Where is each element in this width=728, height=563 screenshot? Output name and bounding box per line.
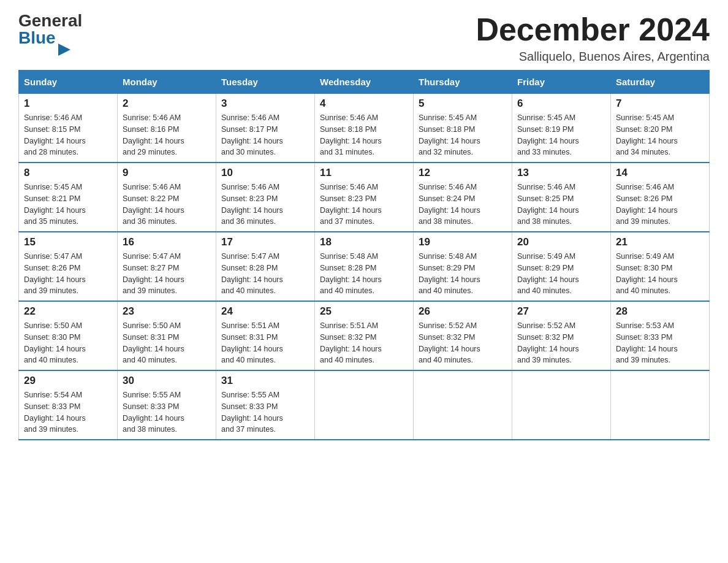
table-row: 11 Sunrise: 5:46 AMSunset: 8:23 PMDaylig… [315, 163, 414, 232]
col-monday: Monday [118, 71, 216, 94]
col-tuesday: Tuesday [216, 71, 315, 94]
col-thursday: Thursday [414, 71, 512, 94]
day-number: 7 [616, 98, 704, 110]
day-info: Sunrise: 5:46 AMSunset: 8:16 PMDaylight:… [123, 112, 211, 158]
day-info: Sunrise: 5:45 AMSunset: 8:19 PMDaylight:… [517, 112, 605, 158]
day-number: 3 [221, 98, 309, 110]
day-info: Sunrise: 5:47 AMSunset: 8:27 PMDaylight:… [123, 251, 211, 297]
day-info: Sunrise: 5:46 AMSunset: 8:25 PMDaylight:… [517, 182, 605, 228]
day-number: 27 [517, 305, 605, 318]
table-row: 21 Sunrise: 5:49 AMSunset: 8:30 PMDaylig… [611, 232, 710, 301]
table-row: 4 Sunrise: 5:46 AMSunset: 8:18 PMDayligh… [315, 94, 414, 163]
table-row: 25 Sunrise: 5:51 AMSunset: 8:32 PMDaylig… [315, 301, 414, 370]
logo-general-text: General [18, 12, 82, 29]
day-number: 1 [24, 98, 112, 110]
col-saturday: Saturday [611, 71, 710, 94]
day-info: Sunrise: 5:50 AMSunset: 8:31 PMDaylight:… [123, 320, 211, 366]
day-number: 29 [24, 375, 112, 387]
day-info: Sunrise: 5:54 AMSunset: 8:33 PMDaylight:… [24, 389, 112, 435]
table-row: 15 Sunrise: 5:47 AMSunset: 8:26 PMDaylig… [19, 232, 118, 301]
day-number: 18 [320, 236, 408, 248]
page-header: General Blue December 2024 Salliquelo, B… [18, 12, 710, 64]
day-number: 20 [517, 236, 605, 248]
day-number: 6 [517, 98, 605, 110]
day-info: Sunrise: 5:46 AMSunset: 8:23 PMDaylight:… [221, 182, 309, 228]
day-number: 15 [24, 236, 112, 248]
day-number: 21 [616, 236, 704, 248]
day-number: 5 [419, 98, 507, 110]
day-info: Sunrise: 5:46 AMSunset: 8:26 PMDaylight:… [616, 182, 704, 228]
day-info: Sunrise: 5:49 AMSunset: 8:29 PMDaylight:… [517, 251, 605, 297]
day-info: Sunrise: 5:46 AMSunset: 8:22 PMDaylight:… [123, 182, 211, 228]
day-number: 9 [123, 167, 211, 179]
day-info: Sunrise: 5:51 AMSunset: 8:31 PMDaylight:… [221, 320, 309, 366]
table-row: 28 Sunrise: 5:53 AMSunset: 8:33 PMDaylig… [611, 301, 710, 370]
table-row: 20 Sunrise: 5:49 AMSunset: 8:29 PMDaylig… [512, 232, 611, 301]
day-info: Sunrise: 5:48 AMSunset: 8:29 PMDaylight:… [419, 251, 507, 297]
day-number: 13 [517, 167, 605, 179]
table-row: 18 Sunrise: 5:48 AMSunset: 8:28 PMDaylig… [315, 232, 414, 301]
day-info: Sunrise: 5:52 AMSunset: 8:32 PMDaylight:… [419, 320, 507, 366]
table-row [512, 370, 611, 440]
calendar-week-5: 29 Sunrise: 5:54 AMSunset: 8:33 PMDaylig… [19, 370, 710, 440]
day-info: Sunrise: 5:48 AMSunset: 8:28 PMDaylight:… [320, 251, 408, 297]
table-row: 29 Sunrise: 5:54 AMSunset: 8:33 PMDaylig… [19, 370, 118, 440]
day-number: 23 [123, 305, 211, 318]
day-number: 26 [419, 305, 507, 318]
day-info: Sunrise: 5:45 AMSunset: 8:18 PMDaylight:… [419, 112, 507, 158]
day-info: Sunrise: 5:47 AMSunset: 8:28 PMDaylight:… [221, 251, 309, 297]
col-friday: Friday [512, 71, 611, 94]
svg-marker-0 [58, 44, 70, 56]
month-title: December 2024 [476, 12, 710, 47]
table-row [611, 370, 710, 440]
title-section: December 2024 Salliquelo, Buenos Aires, … [476, 12, 710, 64]
table-row: 8 Sunrise: 5:45 AMSunset: 8:21 PMDayligh… [19, 163, 118, 232]
day-info: Sunrise: 5:51 AMSunset: 8:32 PMDaylight:… [320, 320, 408, 366]
table-row: 13 Sunrise: 5:46 AMSunset: 8:25 PMDaylig… [512, 163, 611, 232]
table-row: 16 Sunrise: 5:47 AMSunset: 8:27 PMDaylig… [118, 232, 216, 301]
day-number: 4 [320, 98, 408, 110]
day-info: Sunrise: 5:55 AMSunset: 8:33 PMDaylight:… [221, 389, 309, 435]
table-row: 23 Sunrise: 5:50 AMSunset: 8:31 PMDaylig… [118, 301, 216, 370]
calendar-week-4: 22 Sunrise: 5:50 AMSunset: 8:30 PMDaylig… [19, 301, 710, 370]
day-number: 19 [419, 236, 507, 248]
table-row: 3 Sunrise: 5:46 AMSunset: 8:17 PMDayligh… [216, 94, 315, 163]
day-info: Sunrise: 5:53 AMSunset: 8:33 PMDaylight:… [616, 320, 704, 366]
day-info: Sunrise: 5:55 AMSunset: 8:33 PMDaylight:… [123, 389, 211, 435]
logo-blue-text: Blue [18, 29, 58, 47]
day-number: 28 [616, 305, 704, 318]
day-info: Sunrise: 5:49 AMSunset: 8:30 PMDaylight:… [616, 251, 704, 297]
day-number: 12 [419, 167, 507, 179]
table-row [414, 370, 512, 440]
table-row: 27 Sunrise: 5:52 AMSunset: 8:32 PMDaylig… [512, 301, 611, 370]
header-row: Sunday Monday Tuesday Wednesday Thursday… [19, 71, 710, 94]
day-info: Sunrise: 5:45 AMSunset: 8:21 PMDaylight:… [24, 182, 112, 228]
location-text: Salliquelo, Buenos Aires, Argentina [476, 50, 710, 64]
col-sunday: Sunday [19, 71, 118, 94]
logo: General Blue [18, 12, 82, 47]
calendar-week-1: 1 Sunrise: 5:46 AMSunset: 8:15 PMDayligh… [19, 94, 710, 163]
table-row: 26 Sunrise: 5:52 AMSunset: 8:32 PMDaylig… [414, 301, 512, 370]
table-row: 22 Sunrise: 5:50 AMSunset: 8:30 PMDaylig… [19, 301, 118, 370]
col-wednesday: Wednesday [315, 71, 414, 94]
table-row: 31 Sunrise: 5:55 AMSunset: 8:33 PMDaylig… [216, 370, 315, 440]
day-number: 16 [123, 236, 211, 248]
table-row: 24 Sunrise: 5:51 AMSunset: 8:31 PMDaylig… [216, 301, 315, 370]
table-row [315, 370, 414, 440]
day-number: 10 [221, 167, 309, 179]
day-info: Sunrise: 5:46 AMSunset: 8:23 PMDaylight:… [320, 182, 408, 228]
day-number: 8 [24, 167, 112, 179]
day-number: 17 [221, 236, 309, 248]
table-row: 7 Sunrise: 5:45 AMSunset: 8:20 PMDayligh… [611, 94, 710, 163]
day-number: 31 [221, 375, 309, 387]
table-row: 14 Sunrise: 5:46 AMSunset: 8:26 PMDaylig… [611, 163, 710, 232]
day-info: Sunrise: 5:45 AMSunset: 8:20 PMDaylight:… [616, 112, 704, 158]
day-info: Sunrise: 5:50 AMSunset: 8:30 PMDaylight:… [24, 320, 112, 366]
table-row: 1 Sunrise: 5:46 AMSunset: 8:15 PMDayligh… [19, 94, 118, 163]
table-row: 5 Sunrise: 5:45 AMSunset: 8:18 PMDayligh… [414, 94, 512, 163]
calendar-week-2: 8 Sunrise: 5:45 AMSunset: 8:21 PMDayligh… [19, 163, 710, 232]
day-number: 25 [320, 305, 408, 318]
table-row: 12 Sunrise: 5:46 AMSunset: 8:24 PMDaylig… [414, 163, 512, 232]
calendar-week-3: 15 Sunrise: 5:47 AMSunset: 8:26 PMDaylig… [19, 232, 710, 301]
table-row: 6 Sunrise: 5:45 AMSunset: 8:19 PMDayligh… [512, 94, 611, 163]
